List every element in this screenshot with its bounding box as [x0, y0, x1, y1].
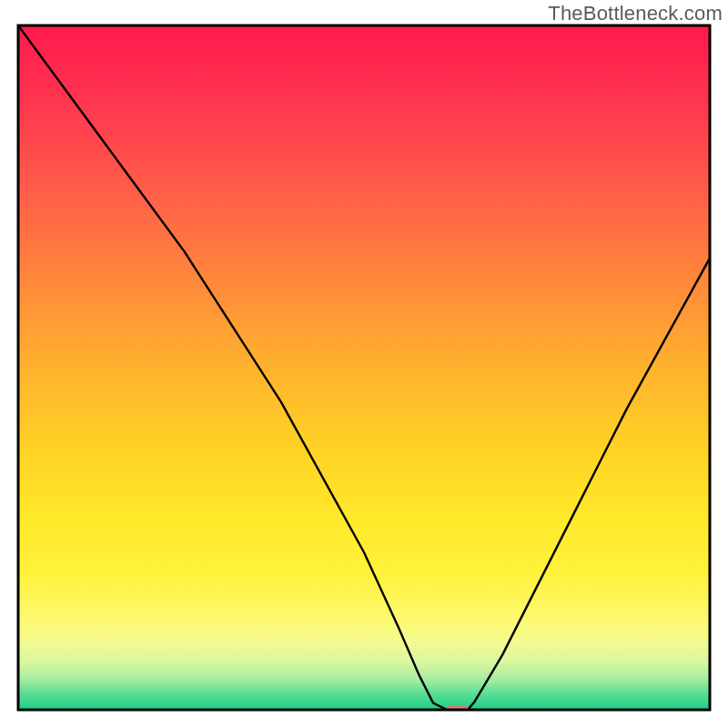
chart-container: TheBottleneck.com — [0, 0, 728, 728]
gradient-background — [18, 25, 710, 710]
bottleneck-chart — [0, 0, 728, 728]
watermark-text: TheBottleneck.com — [548, 2, 723, 25]
